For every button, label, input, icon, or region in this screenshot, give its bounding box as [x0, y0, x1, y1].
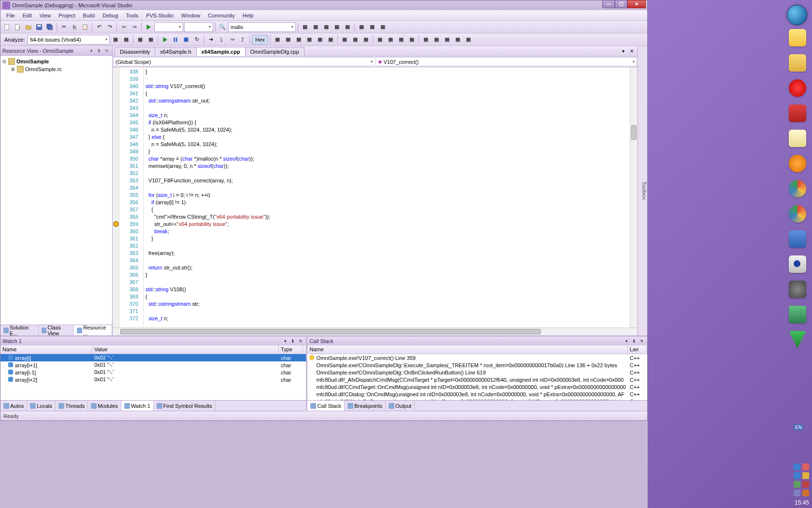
- tray-icon-1[interactable]: [794, 463, 800, 470]
- tb6-icon[interactable]: ▦: [357, 22, 366, 32]
- resource-view-header[interactable]: Resource View - OmniSample ▾ ⬇ ✕: [0, 46, 112, 56]
- callstack-row[interactable]: OmniSample.exe!COmniSampleDlg::OnBnClick…: [307, 369, 647, 376]
- scrollbar-thumb[interactable]: [631, 125, 637, 140]
- step-into-icon[interactable]: ⤵: [217, 35, 226, 45]
- app-red-icon[interactable]: [789, 105, 806, 122]
- ed-n-icon[interactable]: ▦: [421, 35, 431, 45]
- copy-icon[interactable]: ⎘: [70, 22, 79, 32]
- folder-icon[interactable]: [789, 54, 806, 72]
- tab-class-view[interactable]: Class View: [39, 325, 74, 335]
- panel-close-icon[interactable]: ✕: [638, 338, 645, 344]
- menu-tools[interactable]: Tools: [122, 12, 143, 19]
- ed-k-icon[interactable]: ▦: [386, 35, 395, 45]
- add-item-icon[interactable]: +: [13, 22, 23, 32]
- panel-close-icon[interactable]: ✕: [297, 338, 304, 344]
- settings-icon[interactable]: [789, 281, 806, 298]
- menu-project[interactable]: Project: [55, 12, 79, 19]
- watch-row[interactable]: array[i+2]0x01 '␁'char: [0, 376, 306, 383]
- analyze-run-icon[interactable]: ▦: [111, 35, 120, 45]
- save-icon[interactable]: [34, 22, 44, 32]
- camera-icon[interactable]: [789, 255, 806, 273]
- code-text[interactable]: }std::string V107_correct(){ std::ostrin…: [144, 67, 630, 328]
- scope-combo-left[interactable]: (Global Scope)▾: [113, 57, 375, 66]
- tb3-icon[interactable]: ▦: [321, 22, 331, 32]
- title-bar[interactable]: OmniSample (Debugging) - Microsoft Visua…: [0, 0, 647, 10]
- callstack-col-name[interactable]: Name: [307, 345, 628, 354]
- app-green-icon[interactable]: [789, 331, 806, 348]
- close-button[interactable]: ✕: [627, 0, 646, 8]
- menu-pvs[interactable]: PVS-Studio: [142, 12, 177, 19]
- tray-icon-8[interactable]: [802, 490, 809, 496]
- find-in-files-icon[interactable]: 🔍: [218, 22, 227, 32]
- app-infinity-icon[interactable]: [789, 230, 806, 248]
- breakpoint-current-icon[interactable]: [113, 221, 119, 227]
- menu-debug[interactable]: Debug: [99, 12, 122, 19]
- ed-e-icon[interactable]: ▦: [315, 35, 325, 45]
- ed-q-icon[interactable]: ▦: [453, 35, 463, 45]
- ed-i-icon[interactable]: ▦: [361, 35, 371, 45]
- language-indicator[interactable]: EN: [794, 424, 803, 431]
- tree-expand-icon[interactable]: ⊞: [11, 67, 17, 72]
- ed-l-icon[interactable]: ▦: [396, 35, 406, 45]
- ed-g-icon[interactable]: ▦: [340, 35, 349, 45]
- ed-r-icon[interactable]: ▦: [464, 35, 473, 45]
- tab-list-icon[interactable]: ▾: [619, 47, 627, 55]
- cut-icon[interactable]: ✂: [59, 22, 69, 32]
- dbg-a-icon[interactable]: ▦: [135, 35, 145, 45]
- menu-help[interactable]: Help: [239, 12, 258, 19]
- ed-c-icon[interactable]: ▦: [294, 35, 304, 45]
- tray-icon-3[interactable]: [794, 472, 800, 479]
- watch-row[interactable]: array[i+1]0x01 '␁'char: [0, 361, 306, 369]
- tray-icon-6[interactable]: [802, 481, 809, 488]
- vertical-scrollbar[interactable]: [630, 67, 638, 328]
- paste-icon[interactable]: 📋: [80, 22, 90, 32]
- analyze-stop-icon[interactable]: ▦: [121, 35, 131, 45]
- horizontal-scrollbar[interactable]: [113, 328, 638, 335]
- code-editor[interactable]: 3383393403413423433443453463473483493503…: [113, 67, 638, 328]
- continue-icon[interactable]: [160, 35, 170, 45]
- nav-back-icon[interactable]: ⇦: [119, 22, 129, 32]
- sticky-note-icon[interactable]: [789, 29, 806, 46]
- callstack-row[interactable]: mfc80ud.dll!CCmdTarget::OnCmdMsg(unsigne…: [307, 383, 647, 390]
- tab-omnisampledlg-cpp[interactable]: OmniSampleDlg.cpp: [245, 47, 304, 56]
- watch-row[interactable]: array[i-1]0x01 '␁'char: [0, 369, 306, 376]
- tb4-icon[interactable]: ▦: [332, 22, 342, 32]
- watch-col-type[interactable]: Type: [279, 345, 303, 354]
- stop-debug-icon[interactable]: [181, 35, 191, 45]
- undo-icon[interactable]: ↶: [94, 22, 104, 32]
- ed-m-icon[interactable]: ▦: [407, 35, 417, 45]
- callstack-row[interactable]: mfc80ud.dll!_AfxDispatchCmdMsg(CCmdTarge…: [307, 376, 647, 383]
- scrollbar-thumb-h[interactable]: [120, 329, 541, 334]
- maximize-button[interactable]: ☐: [615, 0, 627, 8]
- watch-rows[interactable]: array[i]0x02 '␂'chararray[i+1]0x01 '␁'ch…: [0, 354, 306, 400]
- tab-disassembly[interactable]: Disassembly: [115, 47, 155, 56]
- tb2-icon[interactable]: ▦: [311, 22, 320, 32]
- tb8-icon[interactable]: ▦: [378, 22, 388, 32]
- solution-config-combo[interactable]: ▾: [154, 22, 183, 32]
- tab-solution-explorer[interactable]: Solution E...: [0, 325, 39, 335]
- ed-b-icon[interactable]: ▦: [283, 35, 293, 45]
- panel-pin-icon[interactable]: ⬇: [631, 338, 638, 344]
- tab-callstack[interactable]: Call Stack: [307, 401, 345, 411]
- panel-dropdown-icon[interactable]: ▾: [623, 338, 630, 344]
- tab-threads[interactable]: Threads: [56, 401, 88, 411]
- app-orange-icon[interactable]: [789, 155, 806, 172]
- app-colorwheel-icon[interactable]: [789, 180, 806, 197]
- callstack-row[interactable]: mfc80ud.dll!CDialog::OnCmdMsg(unsigned i…: [307, 390, 647, 398]
- tray-icon-4[interactable]: [802, 472, 809, 479]
- panel-close-icon[interactable]: ✕: [103, 47, 110, 54]
- dbg-b-icon[interactable]: ▦: [146, 35, 156, 45]
- hex-button[interactable]: Hex: [252, 35, 268, 45]
- menu-edit[interactable]: Edit: [19, 12, 36, 19]
- notepad-icon[interactable]: [789, 130, 806, 147]
- start-debug-icon[interactable]: [144, 22, 153, 32]
- watch-row[interactable]: array[i]0x02 '␂'char: [0, 354, 306, 361]
- step-over-icon[interactable]: ⤼: [227, 35, 237, 45]
- ed-d-icon[interactable]: ▦: [304, 35, 314, 45]
- chip-icon[interactable]: [789, 306, 806, 323]
- callstack-rows[interactable]: OmniSample.exe!V107_correct() Line 359C+…: [307, 354, 647, 400]
- taskbar-clock[interactable]: 15:45: [795, 499, 809, 506]
- watch-col-value[interactable]: Value: [92, 345, 279, 354]
- ed-a-icon[interactable]: ▦: [273, 35, 282, 45]
- start-orb[interactable]: [787, 5, 807, 25]
